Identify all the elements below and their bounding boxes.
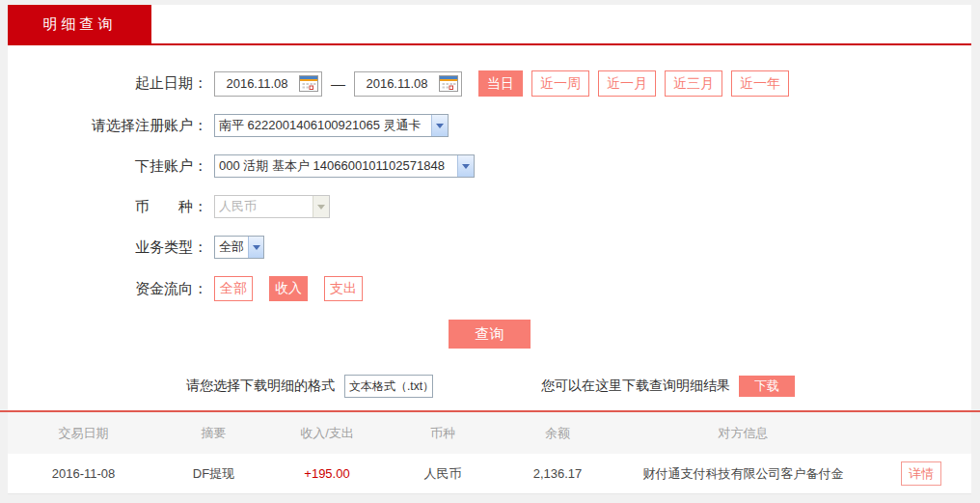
date-range-label: 起止日期： <box>8 74 207 93</box>
business-type-select[interactable]: 全部 <box>214 236 264 259</box>
register-account-selected-value: 南平 6222001406100921065 灵通卡 <box>215 117 431 134</box>
business-type-selected-value: 全部 <box>215 238 248 256</box>
results-table: 交易日期 摘要 收入/支出 币种 余额 对方信息 2016-11-08 DF提现… <box>8 412 971 494</box>
currency-select: 人民币 <box>214 195 330 218</box>
cell-summary: DF提现 <box>159 465 268 483</box>
fund-flow-expense-button[interactable]: 支出 <box>324 276 363 301</box>
fund-flow-label: 资金流向： <box>8 280 207 298</box>
download-format-selected-value: 文本格式（.txt） <box>345 378 433 395</box>
cell-trade-date: 2016-11-08 <box>8 466 159 481</box>
quick-range-month-button[interactable]: 近一月 <box>598 70 656 97</box>
calendar-icon[interactable] <box>299 75 318 92</box>
quick-range-week-button[interactable]: 近一周 <box>531 70 589 97</box>
download-hint-text: 您可以在这里下载查询明细结果 <box>541 377 730 395</box>
transaction-query-page: { "tab": { "label": "明细查询" }, "form": { … <box>0 0 980 503</box>
end-date-input[interactable]: 2016.11.08 <box>354 71 462 97</box>
query-form: 起止日期： 2016.11.08 <box>8 45 971 398</box>
currency-row: 币 种： 人民币 <box>8 195 971 218</box>
linked-account-label: 下挂账户： <box>8 157 207 176</box>
date-range-separator: — <box>331 75 345 92</box>
download-format-label: 请您选择下载明细的格式 <box>186 377 335 395</box>
end-date-value[interactable]: 2016.11.08 <box>355 76 439 91</box>
download-format-select[interactable]: 文本格式（.txt） <box>344 375 433 398</box>
chevron-down-icon[interactable] <box>248 237 264 258</box>
tab-detail-query[interactable]: 明细查询 <box>8 5 151 43</box>
header-currency: 币种 <box>386 425 500 442</box>
currency-label: 币 种： <box>8 198 207 216</box>
quick-range-today-button[interactable]: 当日 <box>478 70 523 97</box>
cell-counterparty: 财付通支付科技有限公司客户备付金 <box>615 465 871 483</box>
business-type-label: 业务类型： <box>8 238 207 257</box>
business-type-row: 业务类型： 全部 <box>8 236 971 259</box>
chevron-down-icon[interactable] <box>457 155 474 177</box>
linked-account-selected-value: 000 活期 基本户 1406600101102571848 <box>215 157 457 175</box>
header-counterparty: 对方信息 <box>615 425 871 442</box>
linked-account-select[interactable]: 000 活期 基本户 1406600101102571848 <box>214 154 475 178</box>
fund-flow-row: 资金流向： 全部 收入 支出 <box>8 276 971 301</box>
chevron-down-icon[interactable] <box>431 115 448 136</box>
results-table-header: 交易日期 摘要 收入/支出 币种 余额 对方信息 <box>8 412 971 454</box>
calendar-icon[interactable] <box>439 75 458 92</box>
start-date-value[interactable]: 2016.11.08 <box>215 76 299 91</box>
download-button[interactable]: 下载 <box>739 376 795 397</box>
register-account-row: 请选择注册账户： 南平 6222001406100921065 灵通卡 <box>8 114 971 137</box>
register-account-label: 请选择注册账户： <box>8 117 207 135</box>
quick-range-year-button[interactable]: 近一年 <box>731 70 789 97</box>
cell-balance: 2,136.17 <box>500 466 615 481</box>
content-panel: 明细查询 起止日期： 2016.11.08 <box>8 5 971 410</box>
header-amount: 收入/支出 <box>268 425 386 442</box>
date-range-row: 起止日期： 2016.11.08 <box>8 70 971 97</box>
table-row: 2016-11-08 DF提现 +195.00 人民币 2,136.17 财付通… <box>8 454 971 494</box>
fund-flow-income-button[interactable]: 收入 <box>269 276 308 301</box>
register-account-select[interactable]: 南平 6222001406100921065 灵通卡 <box>214 114 449 137</box>
header-trade-date: 交易日期 <box>8 425 159 442</box>
start-date-input[interactable]: 2016.11.08 <box>214 71 322 97</box>
linked-account-row: 下挂账户： 000 活期 基本户 1406600101102571848 <box>8 154 971 178</box>
fund-flow-all-button[interactable]: 全部 <box>214 276 253 301</box>
cell-currency: 人民币 <box>386 465 500 483</box>
quick-range-3months-button[interactable]: 近三月 <box>665 70 722 97</box>
chevron-down-icon <box>313 196 329 217</box>
cell-amount: +195.00 <box>268 466 386 481</box>
detail-button[interactable]: 详情 <box>901 461 941 486</box>
header-summary: 摘要 <box>159 425 268 442</box>
query-button[interactable]: 查询 <box>449 320 531 349</box>
header-balance: 余额 <box>500 425 615 442</box>
currency-selected-value: 人民币 <box>215 198 313 215</box>
download-row: 请您选择下载明细的格式 文本格式（.txt） 您可以在这里下载查询明细结果 下载 <box>186 375 971 398</box>
